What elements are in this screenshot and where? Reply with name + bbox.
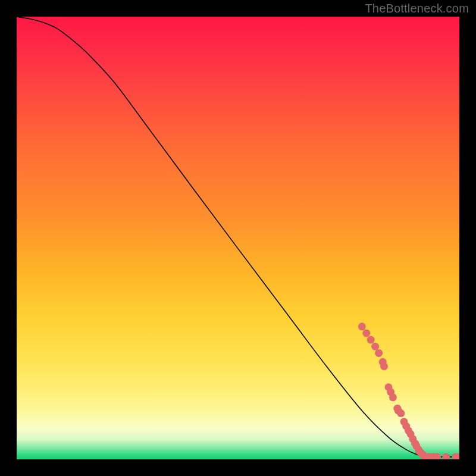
chart-root: TheBottleneck.com xyxy=(0,0,476,476)
scatter-point xyxy=(389,393,397,401)
scatter-point xyxy=(358,322,366,330)
watermark-label: TheBottleneck.com xyxy=(365,2,469,15)
scatter-point xyxy=(375,349,383,357)
scatter-point xyxy=(362,329,370,337)
plot-area xyxy=(17,17,459,459)
scatter-point xyxy=(397,409,405,417)
scatter-point xyxy=(367,336,375,344)
scatter-point xyxy=(371,343,379,350)
scatter-point xyxy=(380,362,388,370)
plot-svg xyxy=(17,17,459,459)
